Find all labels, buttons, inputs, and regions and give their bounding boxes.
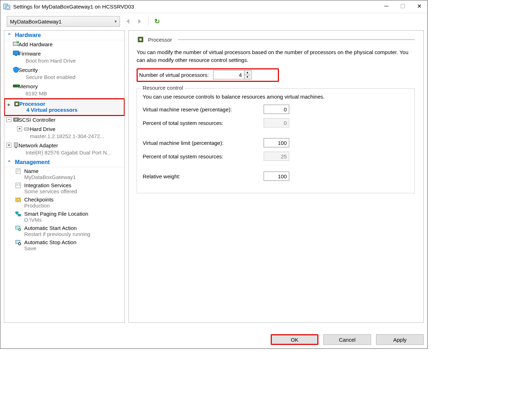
monitor-icon xyxy=(13,50,19,57)
reserve-input[interactable] xyxy=(264,105,289,114)
hardware-section-header[interactable]: ⌃ Hardware xyxy=(4,31,125,40)
hardware-label: Hardware xyxy=(15,32,41,38)
management-section-header[interactable]: ⌃ Management xyxy=(4,158,125,167)
add-hardware-icon xyxy=(13,41,19,47)
hard-drive-icon xyxy=(23,126,30,132)
limit-label: Virtual machine limit (percentage): xyxy=(143,140,264,146)
back-button[interactable] xyxy=(125,18,131,25)
maximize-button[interactable]: ☐ xyxy=(395,0,411,12)
auto-start-item[interactable]: Automatic Start Action Restart if previo… xyxy=(4,224,125,238)
name-item[interactable]: Name MyDataBoxGateway1 xyxy=(4,167,125,182)
weight-input[interactable] xyxy=(264,172,289,181)
apply-button[interactable]: Apply xyxy=(376,334,424,345)
auto-stop-icon xyxy=(15,239,21,246)
svg-point-22 xyxy=(17,199,19,201)
auto-start-icon xyxy=(15,225,21,231)
expand-icon[interactable]: + xyxy=(17,126,22,131)
expand-icon[interactable]: + xyxy=(7,101,10,107)
svg-rect-29 xyxy=(19,243,20,245)
num-processors-row: Number of virtual processors: ▲ ▼ xyxy=(137,68,279,82)
limit-input[interactable] xyxy=(264,138,289,147)
refresh-button[interactable]: ↻ xyxy=(154,17,160,25)
svg-rect-9 xyxy=(15,85,15,87)
chevron-up-icon: ⌃ xyxy=(7,32,11,38)
spinner-up[interactable]: ▲ xyxy=(244,70,250,75)
limit-pct-readonly xyxy=(264,152,289,161)
reserve-pct-readonly xyxy=(264,118,289,127)
svg-point-14 xyxy=(15,119,17,121)
vm-selector-value: MyDataBoxGateway1 xyxy=(10,19,62,25)
resource-control-fieldset: Resource control You can use resource co… xyxy=(137,88,415,193)
num-processors-input[interactable] xyxy=(213,70,244,79)
toolbar-separator xyxy=(148,17,149,26)
integration-services-item[interactable]: Integration Services Some services offer… xyxy=(4,182,125,196)
processor-icon xyxy=(137,36,144,43)
chevron-up-icon: ⌃ xyxy=(7,159,11,165)
processor-panel: Processor You can modify the number of v… xyxy=(128,30,424,323)
panel-intro: You can modify the number of virtual pro… xyxy=(137,48,415,64)
svg-rect-31 xyxy=(139,38,142,41)
network-adapter-item[interactable]: + Network Adapter Intel(R) 82576 Gigabit… xyxy=(4,141,125,158)
integration-icon xyxy=(15,182,21,189)
close-button[interactable]: ✕ xyxy=(411,0,427,12)
cancel-button[interactable]: Cancel xyxy=(323,334,371,345)
checkpoints-icon xyxy=(15,196,21,203)
svg-rect-12 xyxy=(16,103,18,105)
reserve-label: Virtual machine reserve (percentage): xyxy=(143,106,264,112)
dialog-buttons: OK Cancel Apply xyxy=(271,334,424,345)
svg-rect-19 xyxy=(16,169,20,174)
svg-point-16 xyxy=(28,128,28,129)
processor-icon xyxy=(14,101,20,107)
num-processors-spinner[interactable]: ▲ ▼ xyxy=(213,70,252,79)
hard-drive-item[interactable]: + Hard Drive master.1.2.18252.1-304-2472… xyxy=(4,125,125,141)
ok-button[interactable]: OK xyxy=(291,337,298,343)
add-hardware-item[interactable]: Add Hardware xyxy=(4,40,125,49)
smart-paging-item[interactable]: Smart Paging File Location D:\VMs xyxy=(4,210,125,224)
minimize-button[interactable]: ─ xyxy=(378,0,395,12)
window-title: Settings for MyDataBoxGateway1 on HCSSRV… xyxy=(13,4,134,10)
app-icon xyxy=(3,3,10,10)
toolbar: MyDataBoxGateway1 ▾ ↻ xyxy=(0,13,427,30)
svg-rect-8 xyxy=(14,85,14,87)
vm-selector[interactable]: MyDataBoxGateway1 ▾ xyxy=(7,16,120,27)
svg-rect-5 xyxy=(13,51,19,55)
settings-window: Settings for MyDataBoxGateway1 on HCSSRV… xyxy=(0,0,428,349)
svg-rect-24 xyxy=(18,214,21,216)
memory-icon xyxy=(13,83,19,89)
svg-rect-17 xyxy=(14,143,18,147)
management-label: Management xyxy=(15,159,50,166)
network-icon xyxy=(13,142,19,148)
ok-button-highlight: OK xyxy=(271,334,318,345)
reserve-pct-label: Percent of total system resources: xyxy=(143,120,264,126)
spinner-down[interactable]: ▼ xyxy=(244,75,250,79)
weight-label: Relative weight: xyxy=(143,173,264,179)
panel-title: Processor xyxy=(148,37,172,43)
svg-rect-6 xyxy=(15,55,17,56)
limit-pct-label: Percent of total system resources: xyxy=(143,153,264,159)
security-item[interactable]: Security Secure Boot enabled xyxy=(4,66,125,82)
processor-item[interactable]: + Processor 4 Virtual processors xyxy=(4,98,125,116)
expand-icon[interactable]: + xyxy=(6,143,11,148)
svg-rect-23 xyxy=(16,212,18,214)
fieldset-desc: You can use resource controls to balance… xyxy=(143,94,409,100)
svg-rect-15 xyxy=(24,128,29,130)
firmware-item[interactable]: Firmware Boot from Hard Drive xyxy=(4,49,125,66)
svg-rect-18 xyxy=(15,147,17,148)
forward-button[interactable] xyxy=(136,18,143,25)
scsi-icon xyxy=(13,116,19,123)
fieldset-legend: Resource control xyxy=(141,85,185,91)
shield-icon xyxy=(13,67,19,73)
memory-item[interactable]: Memory 8192 MB xyxy=(4,82,125,99)
checkpoints-item[interactable]: Checkpoints Production xyxy=(4,196,125,210)
collapse-icon[interactable]: − xyxy=(6,117,11,122)
scsi-controller-item[interactable]: − SCSI Controller xyxy=(4,116,125,125)
header-divider xyxy=(178,40,415,40)
titlebar[interactable]: Settings for MyDataBoxGateway1 on HCSSRV… xyxy=(0,0,427,13)
smart-paging-icon xyxy=(15,211,21,217)
svg-rect-10 xyxy=(16,85,16,87)
name-icon xyxy=(15,168,21,174)
auto-stop-item[interactable]: Automatic Stop Action Save xyxy=(4,238,125,253)
num-processors-label: Number of virtual processors: xyxy=(139,72,209,78)
settings-tree[interactable]: ⌃ Hardware Add Hardware Firmware Boot fr… xyxy=(4,30,125,323)
chevron-down-icon: ▾ xyxy=(115,19,117,24)
